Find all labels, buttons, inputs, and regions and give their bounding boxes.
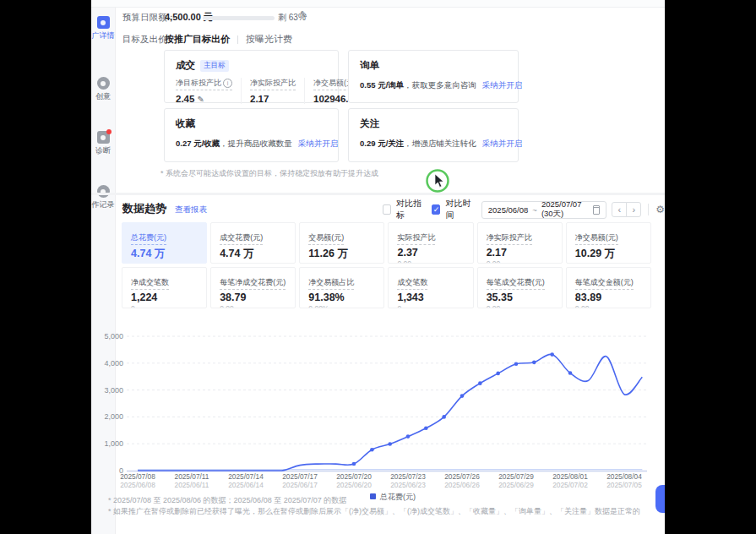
y-tick-label: 1,000 [104, 439, 123, 448]
tile-value: 2.37 [397, 247, 464, 259]
tile-compare-value: 0.00 [487, 259, 553, 264]
tile-label: 实际投产比 [397, 232, 435, 245]
budget-progress-bar [203, 16, 275, 20]
compare-time-checkbox[interactable]: ✓ [432, 204, 440, 215]
icon-glyph [101, 81, 106, 86]
chart-footnote-periods: * 2025/07/08 至 2025/08/06 的数据；2025/06/08… [108, 495, 346, 506]
date-start: 2025/06/08 [488, 205, 529, 215]
x-tick-primary: 2025/07/20 [336, 472, 372, 481]
tile-value: 11.26 万 [308, 247, 375, 261]
mouse-cursor-icon [435, 174, 443, 187]
next-period-button[interactable]: › [626, 202, 641, 217]
tab-bid-by-impression[interactable]: 按曝光计费 [246, 34, 292, 44]
tile-value: 91.38% [308, 292, 375, 303]
goal-cards-note: * 系统会尽可能达成你设置的目标，保持稳定投放有助于提升达成 [160, 168, 378, 179]
data-point[interactable] [370, 448, 374, 452]
legend-swatch [370, 493, 376, 499]
metric-tile-1[interactable]: 总花费(元)4.74 万0.00 [122, 222, 207, 264]
info-icon[interactable]: i [223, 79, 232, 88]
adopt-and-enable-link[interactable]: 采纳并开启 [482, 80, 523, 90]
sidebar-item-4[interactable]: 作记录 [91, 185, 115, 209]
chart-footnote-disclaimer: * 如果推广在暂停或删除前已经获得了曝光，那么在暂停或删除后展示「(净)交易额」… [108, 506, 640, 517]
goal-card-2: 询单0.55 元/询单，获取更多意向咨询采纳并开启 [348, 50, 519, 103]
tile-compare-value: 0.00 [220, 262, 286, 264]
metric-value: 2.45✎ [176, 94, 232, 104]
budget-edit-pencil-icon[interactable]: ✎ [300, 9, 307, 20]
legend-label: 总花费(元) [379, 493, 416, 501]
tile-compare-value: 0 [397, 304, 464, 308]
data-point[interactable] [568, 371, 573, 375]
metric-tile-10[interactable]: 成交笔数1,3430 [388, 267, 473, 308]
tile-compare-value: 0.00 [575, 304, 642, 308]
x-tick-primary: 2025/07/17 [282, 472, 318, 481]
data-point[interactable] [478, 381, 482, 385]
metric-tile-9[interactable]: 净交易额占比91.38%0.00% [299, 267, 384, 308]
tile-label: 净交易额占比 [308, 277, 354, 290]
compare-metric-checkbox[interactable] [383, 204, 391, 215]
x-tick-primary: 2025/08/04 [606, 472, 642, 481]
metric-tile-3[interactable]: 交易额(元)11.26 万0.00 [299, 222, 384, 264]
history-icon [97, 185, 110, 198]
data-point[interactable] [406, 434, 411, 439]
compare-metric-label[interactable]: 对比指标 [396, 198, 423, 221]
metric-tile-5[interactable]: 净实际投产比2.170.00 [477, 222, 563, 264]
tile-value: 83.89 [575, 292, 642, 303]
data-point[interactable] [550, 352, 554, 357]
sidebar-item-1[interactable]: 广详情 [91, 16, 115, 40]
compare-time-label[interactable]: 对比时间 [445, 198, 472, 221]
spend-trend-chart[interactable]: 01,0002,0003,0004,0005,0002025/07/082025… [91, 325, 665, 504]
date-range-picker[interactable]: 2025/06/08 ~ 2025/07/07 (30天) [481, 201, 607, 219]
metric-tile-8[interactable]: 每笔净成交花费(元)38.790.00 [210, 267, 296, 308]
tab-bid-by-goal[interactable]: 按推广目标出价 [165, 34, 230, 44]
tile-compare-value: 0.00 [487, 304, 553, 308]
data-point[interactable] [442, 415, 446, 419]
metric-tile-4[interactable]: 实际投产比2.370.00 [388, 222, 473, 264]
x-tick-secondary: 2025/06/23 [390, 481, 426, 489]
sidebar-item-3[interactable]: 诊断 [91, 131, 115, 155]
edge-drawer-handle[interactable] [655, 485, 665, 513]
metric-tile-11[interactable]: 每笔成交花费(元)35.350.00 [477, 267, 563, 308]
data-point[interactable] [352, 462, 356, 466]
metric-tile-6[interactable]: 净交易额(元)10.29 万0.00 [566, 222, 651, 264]
prev-period-button[interactable]: ‹ [612, 202, 627, 217]
goal-card-desc-text: ，增强店铺关注转化 [404, 139, 476, 148]
data-point[interactable] [514, 362, 519, 366]
diagnosis-icon [97, 131, 110, 144]
data-point[interactable] [532, 361, 536, 365]
goal-card-title: 询单 [360, 59, 379, 72]
sidebar-item-label: 诊断 [91, 146, 115, 155]
x-tick-primary: 2025/07/11 [175, 472, 209, 481]
icon-glyph [101, 20, 106, 25]
metric-tile-2[interactable]: 成交花费(元)4.74 万0.00 [210, 222, 296, 264]
calendar-icon [593, 205, 600, 215]
goal-card-title: 成交 [176, 59, 195, 72]
metric-tile-7[interactable]: 净成交笔数1,2240 [122, 267, 207, 308]
data-point[interactable] [460, 394, 465, 398]
ad-dashboard-window: 广详情创意诊断作记录 预算日限额： 4,500.00 元 剩 63% ✎ 目标及… [91, 0, 665, 534]
edit-pencil-icon[interactable]: ✎ [197, 95, 204, 104]
tile-value: 4.74 万 [131, 247, 198, 261]
desktop: { "sidebar": { "items": [ {"label": "广详情… [0, 0, 756, 534]
data-point[interactable] [496, 372, 500, 376]
x-tick-secondary: 2025/06/20 [336, 481, 372, 489]
adopt-and-enable-link[interactable]: 采纳并开启 [482, 139, 523, 148]
data-point[interactable] [424, 426, 428, 430]
x-tick-secondary: 2025/06/29 [498, 481, 534, 489]
gear-icon[interactable]: ⚙ [655, 204, 665, 215]
goal-card-title: 收藏 [176, 117, 195, 130]
sidebar-item-label: 创意 [91, 92, 115, 101]
view-report-link[interactable]: 查看报表 [175, 204, 207, 215]
x-tick-primary: 2025/08/01 [552, 472, 588, 481]
goal-metric: 净实际投产比2.17 [241, 78, 304, 104]
x-tick-primary: 2025/07/26 [444, 472, 480, 481]
adopt-and-enable-link[interactable]: 采纳并开启 [298, 139, 339, 148]
data-point[interactable] [388, 442, 392, 446]
sidebar-item-2[interactable]: 创意 [91, 77, 115, 101]
metric-tile-12[interactable]: 每笔成交金额(元)83.890.00 [566, 267, 651, 308]
goal-card-price: 0.29 元/关注 [360, 139, 404, 148]
tile-value: 1,343 [397, 292, 464, 303]
promo-detail-icon [97, 16, 110, 29]
x-tick-primary: 2025/07/23 [390, 472, 426, 481]
sidebar-item-label: 作记录 [91, 200, 115, 209]
x-tick-primary: 2025/07/14 [228, 472, 264, 481]
